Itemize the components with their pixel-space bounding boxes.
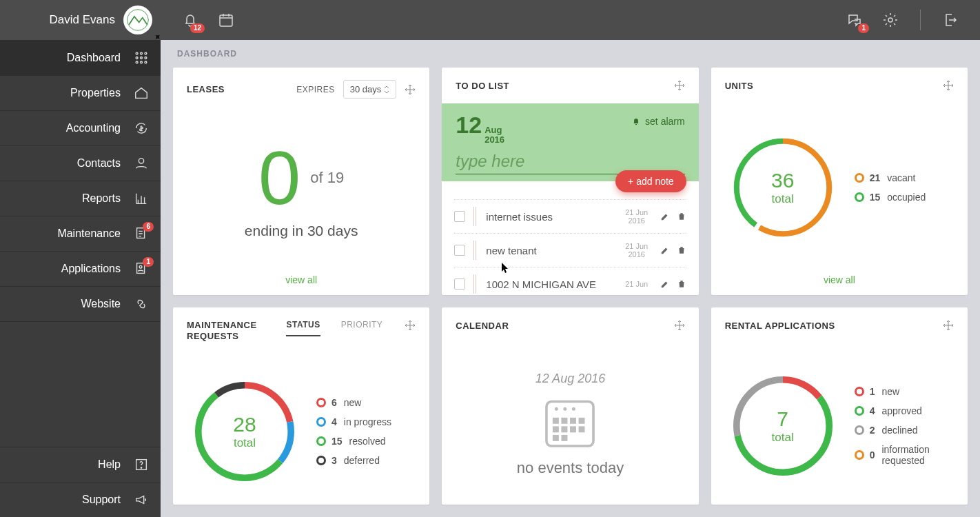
view-all-link[interactable]: view all	[711, 267, 968, 295]
add-note-button[interactable]: + add note	[615, 170, 686, 192]
calendar-icon[interactable]	[217, 11, 235, 29]
todo-list: internet issues 21 Jun2016 new tenant 21…	[442, 181, 698, 295]
view-all-link[interactable]: view all	[173, 267, 429, 295]
svg-rect-30	[570, 417, 576, 423]
sidebar-item-properties[interactable]: Properties	[0, 75, 161, 110]
link-icon	[133, 296, 150, 312]
card-title: UNITS	[725, 81, 754, 91]
main: 12 1 DASHBOARD LEASES EXPIRES 30 days	[161, 0, 980, 517]
maint-donut: 28total	[190, 376, 300, 487]
sidebar-item-label: Support	[82, 494, 121, 506]
card-units: UNITS 36total 21vacant 15occupied view a…	[711, 68, 968, 295]
todo-item-text: 1002 N MICHIGAN AVE	[486, 278, 613, 290]
svg-rect-37	[562, 434, 568, 440]
sidebar-item-accounting[interactable]: Accounting	[0, 110, 161, 145]
svg-point-8	[141, 61, 143, 63]
chart-bar-icon	[133, 190, 150, 207]
todo-day: 12	[456, 112, 482, 139]
move-handle-icon[interactable]	[405, 320, 416, 331]
apps-total: 7	[777, 407, 788, 431]
todo-item[interactable]: internet issues 21 Jun2016	[454, 199, 686, 234]
svg-point-7	[136, 61, 138, 63]
calendar-body: 12 Aug 2016 no events today	[442, 343, 698, 505]
svg-rect-34	[570, 426, 576, 432]
svg-point-9	[145, 61, 147, 63]
sidebar-item-dashboard[interactable]: Dashboard	[0, 40, 161, 75]
todo-item[interactable]: 1002 N MICHIGAN AVE 21 Jun	[454, 267, 686, 295]
units-donut: 36total	[728, 132, 838, 243]
card-title: MAINTENANCE REQUESTS	[187, 320, 257, 342]
tab-status[interactable]: STATUS	[286, 320, 320, 336]
todo-add-area: 12 Aug2016 set alarm + add note	[442, 103, 698, 181]
lease-ending: ending in 30 days	[245, 223, 358, 239]
maint-total: 28	[233, 413, 256, 436]
move-handle-icon[interactable]	[943, 80, 954, 91]
svg-point-4	[136, 57, 138, 59]
sidebar-item-website[interactable]: Website	[0, 286, 161, 321]
svg-rect-29	[562, 417, 568, 423]
notif-badge: 12	[190, 23, 205, 33]
sidebar-item-contacts[interactable]: Contacts	[0, 145, 161, 181]
card-title: LEASES	[187, 84, 225, 94]
logout-icon[interactable]	[941, 11, 959, 29]
legend-item: 15occupied	[855, 192, 926, 203]
move-handle-icon[interactable]	[674, 80, 685, 91]
set-alarm-label: set alarm	[645, 116, 685, 127]
svg-point-6	[145, 57, 147, 59]
todo-item[interactable]: new tenant 21 Jun2016	[454, 234, 686, 267]
svg-rect-35	[579, 426, 585, 432]
sidebar-item-reports[interactable]: Reports	[0, 181, 161, 216]
checkbox[interactable]	[454, 278, 465, 290]
sidebar-item-label: Help	[98, 458, 121, 471]
sidebar-badge: 6	[143, 222, 154, 232]
trash-icon[interactable]	[677, 212, 686, 221]
sidebar-item-applications[interactable]: Applications 1	[0, 251, 161, 286]
sidebar-item-support[interactable]: Support	[0, 482, 161, 517]
sidebar-item-label: Accounting	[66, 122, 121, 134]
avatar[interactable]	[123, 6, 152, 34]
card-applications: RENTAL APPLICATIONS 7total 1new 4approve…	[711, 307, 968, 505]
checkbox[interactable]	[454, 245, 465, 256]
gear-icon[interactable]	[881, 11, 899, 29]
lease-count-row: 0 of 19	[258, 140, 344, 216]
todo-date[interactable]: 12 Aug2016	[456, 112, 504, 145]
card-head: TO DO LIST	[442, 68, 698, 103]
profile-block[interactable]: David Evans ✦	[0, 0, 161, 40]
edit-icon[interactable]	[660, 245, 670, 255]
units-total-label: total	[772, 192, 794, 206]
legend-item: 21vacant	[855, 172, 926, 183]
checkbox[interactable]	[454, 211, 465, 222]
divider	[920, 10, 921, 30]
expires-select[interactable]: 30 days	[343, 80, 397, 99]
svg-point-2	[141, 52, 143, 54]
user-name: David Evans	[50, 13, 115, 27]
tabs: STATUS PRIORITY	[286, 320, 382, 336]
legend-item: 0information requested	[855, 444, 944, 466]
sidebar-item-label: Reports	[82, 192, 121, 205]
calendar-empty: no events today	[517, 459, 624, 477]
set-alarm-button[interactable]: set alarm	[631, 116, 685, 127]
move-handle-icon[interactable]	[943, 320, 954, 331]
todo-year: 2016	[484, 134, 504, 145]
todo-month: Aug	[484, 125, 502, 135]
edit-icon[interactable]	[660, 212, 670, 221]
chat-icon[interactable]: 1	[846, 11, 864, 29]
svg-rect-33	[562, 426, 568, 432]
house-icon	[133, 85, 150, 101]
svg-point-25	[555, 407, 558, 410]
trash-icon[interactable]	[677, 245, 686, 255]
sidebar-item-help[interactable]: Help	[0, 447, 161, 482]
todo-item-text: new tenant	[486, 245, 613, 256]
tab-priority[interactable]: PRIORITY	[341, 320, 383, 336]
move-handle-icon[interactable]	[674, 320, 685, 331]
card-title: CALENDAR	[456, 321, 509, 331]
trash-icon[interactable]	[677, 279, 686, 289]
move-handle-icon[interactable]	[405, 84, 416, 95]
legend-item: 4in progress	[316, 416, 391, 427]
sidebar-item-maintenance[interactable]: Maintenance 6	[0, 216, 161, 251]
help-icon	[133, 456, 150, 473]
edit-icon[interactable]	[660, 279, 670, 289]
card-head: RENTAL APPLICATIONS	[711, 307, 968, 343]
caret-icon	[384, 85, 389, 94]
bell-icon[interactable]: 12	[181, 11, 199, 29]
